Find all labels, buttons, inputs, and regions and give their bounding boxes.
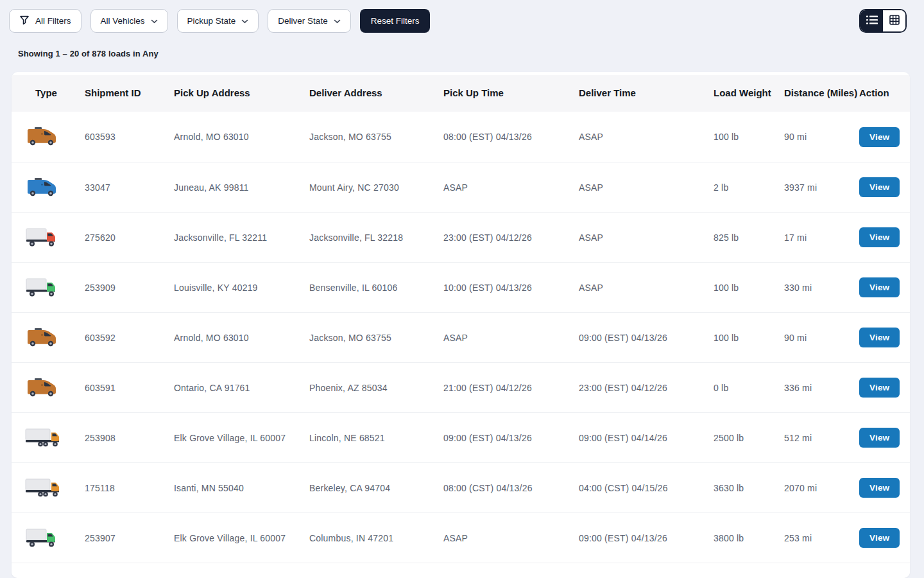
deliver-address: Mount Airy, NC 27030 xyxy=(309,182,443,193)
deliver-time: ASAP xyxy=(579,182,714,193)
pickup-address: Arnold, MO 63010 xyxy=(174,132,309,142)
grid-view-button[interactable] xyxy=(883,10,905,31)
loads-table-card: Type Shipment ID Pick Up Address Deliver… xyxy=(12,72,910,578)
column-header-deliver-time: Deliver Time xyxy=(579,87,714,100)
load-weight: 2 lb xyxy=(714,182,784,193)
table-row: 275620Jacksonville, FL 32211Jacksonville… xyxy=(12,212,910,262)
cargo-van-orange-icon xyxy=(24,125,85,148)
deliver-address: Bensenville, IL 60106 xyxy=(309,283,443,293)
pickup-time: 08:00 (EST) 04/13/26 xyxy=(443,132,579,142)
view-mode-toggle xyxy=(859,9,907,33)
deliver-address: Jackson, MO 63755 xyxy=(309,333,443,343)
distance: 2070 mi xyxy=(784,483,859,493)
deliver-address: Phoenix, AZ 85034 xyxy=(309,383,443,393)
table-body: 603593Arnold, MO 63010Jackson, MO 637550… xyxy=(12,112,910,563)
reset-filters-button[interactable]: Reset Filters xyxy=(360,9,431,33)
all-filters-button[interactable]: All Filters xyxy=(9,9,81,33)
pickup-time: 23:00 (EST) 04/12/26 xyxy=(443,232,579,243)
pickup-address: Elk Grove Village, IL 60007 xyxy=(174,533,309,543)
view-button[interactable]: View xyxy=(859,428,900,448)
pickup-address: Ontario, CA 91761 xyxy=(174,383,309,393)
deliver-address: Jackson, MO 63755 xyxy=(309,132,443,142)
column-header-action: Action xyxy=(859,87,898,100)
deliver-address: Jacksonville, FL 32218 xyxy=(309,232,443,243)
column-header-distance: Distance (Miles) xyxy=(784,87,859,100)
action-cell: View xyxy=(859,127,900,147)
pickup-state-dropdown-label: Pickup State xyxy=(187,16,236,26)
table-row: 253908Elk Grove Village, IL 60007Lincoln… xyxy=(12,412,910,462)
chevron-down-icon xyxy=(334,16,341,26)
column-header-type: Type xyxy=(24,87,85,100)
column-header-pickup-address: Pick Up Address xyxy=(174,87,309,100)
view-button[interactable]: View xyxy=(859,478,900,498)
distance: 3937 mi xyxy=(784,182,859,193)
deliver-address: Columbus, IN 47201 xyxy=(309,533,443,543)
distance: 336 mi xyxy=(784,383,859,393)
view-button[interactable]: View xyxy=(859,227,900,247)
pickup-address: Elk Grove Village, IL 60007 xyxy=(174,433,309,443)
pickup-state-dropdown[interactable]: Pickup State xyxy=(177,9,259,33)
shipment-id: 603593 xyxy=(85,132,174,142)
shipment-id: 275620 xyxy=(85,232,174,243)
action-cell: View xyxy=(859,277,900,297)
deliver-address: Berkeley, CA 94704 xyxy=(309,483,443,493)
distance: 330 mi xyxy=(784,283,859,293)
pickup-address: Arnold, MO 63010 xyxy=(174,333,309,343)
table-row: 603591Ontario, CA 91761Phoenix, AZ 85034… xyxy=(12,362,910,412)
results-summary: Showing 1 – 20 of 878 loads in Any xyxy=(18,49,158,58)
deliver-time: ASAP xyxy=(579,232,714,243)
deliver-state-dropdown[interactable]: Deliver State xyxy=(268,9,350,33)
view-button[interactable]: View xyxy=(859,277,900,297)
deliver-time: 09:00 (EST) 04/13/26 xyxy=(579,333,714,343)
pickup-time: 21:00 (EST) 04/12/26 xyxy=(443,383,579,393)
cargo-van-blue-icon xyxy=(24,176,85,199)
vehicles-dropdown[interactable]: All Vehicles xyxy=(90,9,168,33)
box-truck-green-icon xyxy=(24,527,85,550)
distance: 512 mi xyxy=(784,433,859,443)
distance: 253 mi xyxy=(784,533,859,543)
table-header-row: Type Shipment ID Pick Up Address Deliver… xyxy=(12,75,910,112)
deliver-time: 04:00 (CST) 04/15/26 xyxy=(579,483,714,493)
action-cell: View xyxy=(859,528,900,548)
semi-truck-orange-icon xyxy=(24,426,85,450)
load-weight: 825 lb xyxy=(714,232,784,243)
view-button[interactable]: View xyxy=(859,177,900,197)
pickup-time: 09:00 (EST) 04/13/26 xyxy=(443,433,579,443)
pickup-address: Jacksonville, FL 32211 xyxy=(174,232,309,243)
shipment-id: 253908 xyxy=(85,433,174,443)
pickup-address: Juneau, AK 99811 xyxy=(174,182,309,193)
filter-funnel-icon xyxy=(19,15,30,27)
view-button[interactable]: View xyxy=(859,328,900,347)
deliver-time: 23:00 (EST) 04/12/26 xyxy=(579,383,714,393)
deliver-time: 09:00 (EST) 04/14/26 xyxy=(579,433,714,443)
distance: 90 mi xyxy=(784,132,859,142)
deliver-time: ASAP xyxy=(579,132,714,142)
deliver-time: ASAP xyxy=(579,283,714,293)
pickup-time: 08:00 (CST) 04/13/26 xyxy=(443,483,579,493)
grid-icon xyxy=(889,15,900,27)
table-row: 253909Louisville, KY 40219Bensenville, I… xyxy=(12,262,910,312)
chevron-down-icon xyxy=(151,16,158,26)
filters-toolbar: All Filters All Vehicles Pickup State De… xyxy=(9,9,907,33)
table-row-partial xyxy=(12,563,910,578)
table-row: 603593Arnold, MO 63010Jackson, MO 637550… xyxy=(12,112,910,162)
deliver-time: 09:00 (EST) 04/13/26 xyxy=(579,533,714,543)
cargo-van-orange-icon xyxy=(24,376,85,399)
view-button[interactable]: View xyxy=(859,528,900,548)
load-weight: 0 lb xyxy=(714,383,784,393)
shipment-id: 253907 xyxy=(85,533,174,543)
shipment-id: 603591 xyxy=(85,383,174,393)
view-button[interactable]: View xyxy=(859,127,900,147)
column-header-pickup-time: Pick Up Time xyxy=(443,87,579,100)
shipment-id: 253909 xyxy=(85,283,174,293)
all-filters-label: All Filters xyxy=(35,16,71,26)
load-weight: 100 lb xyxy=(714,132,784,142)
view-button[interactable]: View xyxy=(859,378,900,398)
vehicles-dropdown-label: All Vehicles xyxy=(101,16,145,26)
cargo-van-orange-icon xyxy=(24,326,85,349)
list-view-button[interactable] xyxy=(860,10,883,31)
distance: 90 mi xyxy=(784,333,859,343)
action-cell: View xyxy=(859,378,900,398)
action-cell: View xyxy=(859,478,900,498)
pickup-time: 10:00 (EST) 04/13/26 xyxy=(443,283,579,293)
